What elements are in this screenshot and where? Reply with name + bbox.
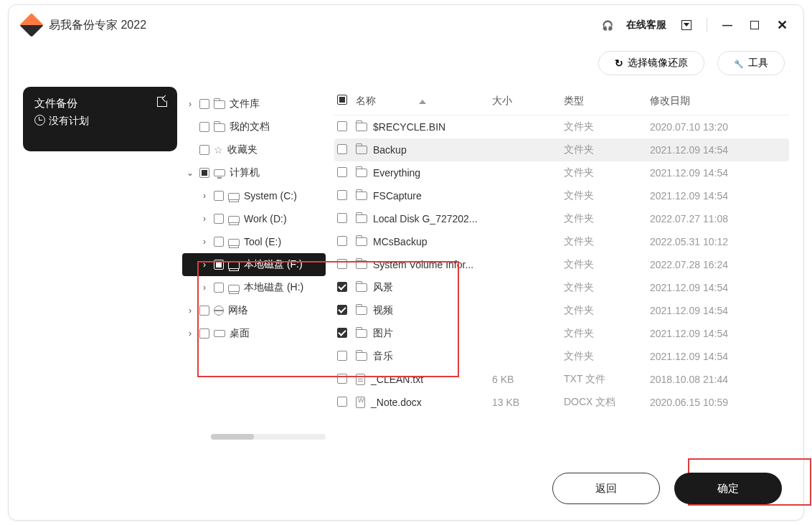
checkbox[interactable] [337,121,347,131]
refresh-icon [615,57,623,69]
checkbox[interactable] [214,214,224,224]
tree-label: 计算机 [230,166,260,179]
column-type[interactable]: 类型 [564,95,650,108]
globe-icon [214,306,224,316]
tools-button[interactable]: 工具 [717,51,785,75]
close-button[interactable]: ✕ [775,18,789,32]
file-list-header: 名称 大小 类型 修改日期 [334,87,789,115]
checkbox[interactable] [337,305,347,315]
task-schedule: 没有计划 [34,115,166,128]
minimize-button[interactable]: — [720,18,735,32]
file-row[interactable]: 视频文件夹2021.12.09 14:54 [334,299,789,322]
file-row[interactable]: Local Disk G_727202...文件夹2022.07.27 11:0… [334,207,789,230]
file-date: 2021.12.09 14:54 [650,190,789,202]
file-row[interactable]: _Note.docx13 KBDOCX 文档2020.06.15 10:59 [334,391,789,414]
column-date[interactable]: 修改日期 [650,95,789,108]
folder-icon [356,352,367,361]
file-type: 文件夹 [564,235,650,248]
chevron-right-icon: › [199,214,209,224]
titlebar: 易我备份专家 2022 在线客服 — ✕ [9,5,803,45]
file-row[interactable]: Everything文件夹2021.12.09 14:54 [334,161,789,184]
file-type: 文件夹 [564,281,650,294]
ok-button[interactable]: 确定 [674,473,782,504]
file-row[interactable]: $RECYCLE.BIN文件夹2020.07.10 13:20 [334,115,789,138]
checkbox[interactable] [199,306,209,316]
checkbox[interactable] [214,191,224,201]
drive-icon [228,262,240,269]
checkbox[interactable] [337,397,347,407]
folder-icon [356,306,367,315]
checkbox[interactable] [214,260,224,270]
file-row[interactable]: MCsBackup文件夹2022.05.31 10:12 [334,230,789,253]
file-list-body: $RECYCLE.BIN文件夹2020.07.10 13:20Backup文件夹… [334,115,789,414]
tree-scrollbar[interactable] [211,434,326,440]
footer-buttons: 返回 确定 [552,473,782,504]
checkbox[interactable] [337,167,347,177]
file-icon [356,374,365,385]
file-row[interactable]: System Volume Infor...文件夹2022.07.28 16:2… [334,253,789,276]
task-card[interactable]: 文件备份 没有计划 [23,87,177,151]
star-icon: ☆ [214,145,223,155]
chevron-right-icon: › [199,283,209,293]
file-row[interactable]: Backup文件夹2021.12.09 14:54 [334,138,789,161]
checkbox[interactable] [337,259,347,269]
tree-item-network[interactable]: ›网络 [182,299,326,322]
tree-item-desktop[interactable]: ›桌面 [182,322,326,345]
file-row[interactable]: 风景文件夹2021.12.09 14:54 [334,276,789,299]
doc-icon [356,397,365,408]
tree-label: 收藏夹 [227,143,258,156]
tree-item-computer[interactable]: ⌄计算机 [182,161,326,184]
folder-icon [356,237,367,246]
file-type: 文件夹 [564,350,650,363]
tree-item-favorites[interactable]: ☆收藏夹 [182,138,326,161]
tree-item-library[interactable]: ›文件库 [182,93,326,115]
checkbox[interactable] [199,99,209,109]
file-type: 文件夹 [564,327,650,340]
checkbox[interactable] [337,374,347,384]
app-logo-icon [19,13,44,37]
checkbox[interactable] [214,283,224,293]
tree-item-drive-f[interactable]: ›本地磁盘 (F:) [182,253,326,276]
support-link[interactable]: 在线客服 [626,19,666,32]
edit-task-button[interactable] [157,97,167,107]
checkbox[interactable] [199,122,209,132]
checkbox[interactable] [199,328,209,339]
folder-icon [356,123,367,131]
action-toolbar: 选择镜像还原 工具 [9,45,803,87]
file-row[interactable]: 音乐文件夹2021.12.09 14:54 [334,345,789,368]
scrollbar-thumb[interactable] [211,434,254,440]
file-row[interactable]: FSCapture文件夹2021.12.09 14:54 [334,184,789,207]
checkbox[interactable] [337,236,347,246]
tree-item-drive-d[interactable]: ›Work (D:) [182,207,326,230]
checkbox[interactable] [199,168,209,178]
file-row[interactable]: _CLEAN.txt6 KBTXT 文件2018.10.08 21:44 [334,368,789,391]
column-size[interactable]: 大小 [492,95,564,108]
checkbox[interactable] [337,190,347,200]
checkbox[interactable] [337,213,347,223]
folder-tree: ›文件库 我的文档 ☆收藏夹 ⌄计算机 ›System (C:) ›Work (… [182,87,326,414]
checkbox[interactable] [199,145,209,155]
select-all-checkbox[interactable] [337,95,347,105]
tree-item-drive-e[interactable]: ›Tool (E:) [182,230,326,253]
checkbox[interactable] [337,328,347,338]
tree-label: Work (D:) [244,213,287,224]
restore-image-button[interactable]: 选择镜像还原 [598,51,704,75]
column-name[interactable]: 名称 [356,95,492,108]
checkbox[interactable] [337,144,347,154]
file-row[interactable]: 图片文件夹2021.12.09 14:54 [334,322,789,345]
tree-item-mydocs[interactable]: 我的文档 [182,115,326,138]
tree-item-drive-c[interactable]: ›System (C:) [182,184,326,207]
tree-item-drive-h[interactable]: ›本地磁盘 (H:) [182,276,326,299]
checkbox[interactable] [337,351,347,361]
tree-label: 我的文档 [230,120,270,133]
file-date: 2021.12.09 14:54 [650,328,789,339]
file-type: 文件夹 [564,143,650,156]
dropdown-button[interactable] [679,18,694,32]
maximize-button[interactable] [747,18,762,32]
chevron-right-icon: › [185,99,195,109]
checkbox[interactable] [214,237,224,247]
back-button[interactable]: 返回 [552,473,660,504]
checkbox[interactable] [337,282,347,292]
tree-label: 文件库 [230,98,260,110]
file-date: 2020.06.15 10:59 [650,397,789,408]
